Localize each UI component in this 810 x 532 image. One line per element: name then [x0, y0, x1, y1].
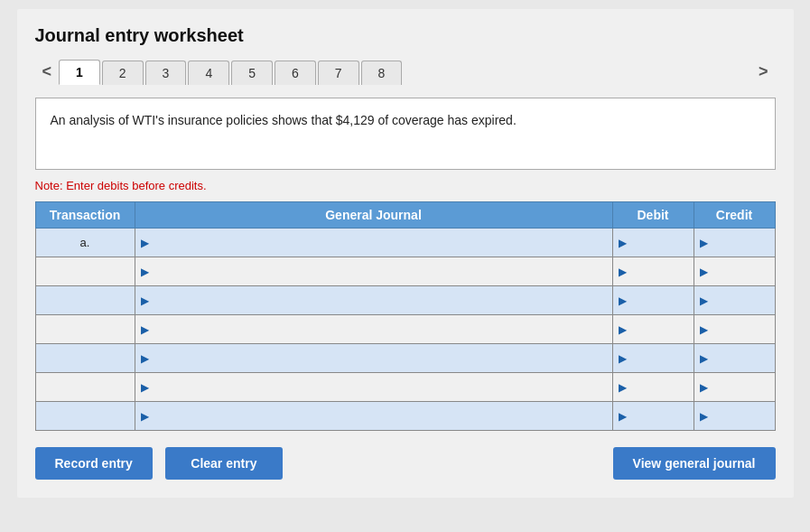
cell-transaction-1	[35, 257, 135, 286]
arrow-icon-debit-5: ▶	[619, 381, 627, 394]
record-entry-button[interactable]: Record entry	[35, 447, 153, 480]
tab-6[interactable]: 6	[275, 61, 316, 85]
cell-debit-5[interactable]: ▶	[612, 373, 694, 402]
tab-4[interactable]: 4	[188, 61, 229, 85]
input-credit-4[interactable]	[710, 350, 769, 366]
col-header-debit: Debit	[612, 202, 694, 229]
cell-credit-6[interactable]: ▶	[694, 402, 775, 431]
cell-debit-0[interactable]: ▶	[612, 229, 694, 257]
input-debit-6[interactable]	[628, 408, 688, 424]
tab-list: 12345678	[59, 60, 751, 85]
arrow-icon-debit-4: ▶	[619, 352, 627, 365]
input-debit-1[interactable]	[628, 264, 688, 279]
arrow-icon-debit-6: ▶	[619, 410, 627, 423]
tabs-row: < 12345678 >	[35, 59, 776, 85]
cell-transaction-2	[35, 286, 135, 315]
cell-debit-2[interactable]: ▶	[612, 286, 694, 315]
input-general-journal-0[interactable]	[151, 235, 607, 250]
cell-transaction-5	[35, 373, 135, 402]
main-container: Journal entry worksheet < 12345678 > An …	[17, 9, 794, 498]
cell-transaction-6	[35, 402, 135, 431]
cell-transaction-3	[35, 315, 135, 344]
cell-general-journal-4[interactable]: ▶	[135, 344, 612, 373]
input-debit-4[interactable]	[628, 350, 688, 366]
input-debit-0[interactable]	[628, 235, 688, 250]
cell-credit-2[interactable]: ▶	[694, 286, 775, 315]
arrow-icon-gj-3: ▶	[141, 323, 149, 336]
col-header-credit: Credit	[694, 202, 775, 229]
cell-credit-0[interactable]: ▶	[694, 229, 775, 257]
table-body: a.▶▶▶▶▶▶▶▶▶▶▶▶▶▶▶▶▶▶▶▶▶	[35, 229, 775, 431]
cell-debit-1[interactable]: ▶	[612, 257, 694, 286]
description-box: An analysis of WTI's insurance policies …	[35, 98, 776, 170]
note-text: Note: Enter debits before credits.	[35, 179, 776, 192]
input-debit-2[interactable]	[628, 293, 688, 308]
cell-general-journal-6[interactable]: ▶	[135, 402, 612, 431]
col-header-general: General Journal	[135, 202, 612, 229]
table-row: ▶▶▶	[35, 257, 775, 286]
input-credit-5[interactable]	[710, 379, 769, 395]
input-credit-0[interactable]	[710, 235, 769, 250]
input-credit-3[interactable]	[710, 322, 769, 337]
next-arrow[interactable]: >	[751, 59, 776, 85]
arrow-icon-credit-6: ▶	[700, 410, 708, 423]
arrow-icon-debit-0: ▶	[619, 237, 627, 249]
arrow-icon-debit-1: ▶	[619, 266, 627, 278]
arrow-icon-credit-0: ▶	[700, 237, 708, 249]
arrow-icon-gj-1: ▶	[141, 266, 149, 278]
col-header-transaction: Transaction	[35, 202, 135, 229]
arrow-icon-debit-3: ▶	[619, 323, 627, 336]
page-title: Journal entry worksheet	[35, 25, 776, 46]
table-row: ▶▶▶	[35, 402, 775, 431]
cell-general-journal-5[interactable]: ▶	[135, 373, 612, 402]
tab-7[interactable]: 7	[318, 61, 359, 85]
cell-general-journal-1[interactable]: ▶	[135, 257, 612, 286]
table-row: ▶▶▶	[35, 286, 775, 315]
input-general-journal-1[interactable]	[151, 264, 607, 279]
cell-credit-1[interactable]: ▶	[694, 257, 775, 286]
input-general-journal-5[interactable]	[151, 379, 607, 395]
description-text: An analysis of WTI's insurance policies …	[51, 113, 517, 127]
table-row: a.▶▶▶	[35, 229, 775, 257]
cell-debit-4[interactable]: ▶	[612, 344, 694, 373]
input-general-journal-3[interactable]	[151, 322, 607, 337]
input-debit-5[interactable]	[628, 379, 688, 395]
input-credit-2[interactable]	[710, 293, 769, 308]
cell-general-journal-3[interactable]: ▶	[135, 315, 612, 344]
tab-8[interactable]: 8	[361, 61, 403, 85]
input-debit-3[interactable]	[628, 322, 688, 337]
table-row: ▶▶▶	[35, 373, 775, 402]
input-credit-6[interactable]	[710, 408, 769, 424]
cell-credit-5[interactable]: ▶	[694, 373, 775, 402]
journal-table: Transaction General Journal Debit Credit…	[35, 201, 776, 431]
cell-debit-3[interactable]: ▶	[612, 315, 694, 344]
arrow-icon-credit-1: ▶	[700, 266, 708, 278]
cell-general-journal-2[interactable]: ▶	[135, 286, 612, 315]
cell-transaction-4	[35, 344, 135, 373]
table-header: Transaction General Journal Debit Credit	[35, 202, 775, 229]
input-general-journal-2[interactable]	[151, 293, 607, 308]
arrow-icon-gj-2: ▶	[141, 294, 149, 307]
tab-1[interactable]: 1	[59, 60, 100, 85]
clear-entry-button[interactable]: Clear entry	[165, 447, 283, 480]
input-general-journal-4[interactable]	[151, 350, 607, 366]
arrow-icon-credit-5: ▶	[700, 381, 708, 394]
tab-3[interactable]: 3	[145, 61, 187, 85]
view-general-journal-button[interactable]: View general journal	[613, 447, 776, 480]
cell-credit-3[interactable]: ▶	[694, 315, 775, 344]
cell-general-journal-0[interactable]: ▶	[135, 229, 612, 257]
prev-arrow[interactable]: <	[35, 59, 60, 85]
table-row: ▶▶▶	[35, 315, 775, 344]
cell-debit-6[interactable]: ▶	[612, 402, 694, 431]
input-general-journal-6[interactable]	[151, 408, 607, 424]
arrow-icon-gj-4: ▶	[141, 352, 149, 365]
arrow-icon-credit-3: ▶	[700, 323, 708, 336]
arrow-icon-gj-6: ▶	[141, 410, 149, 423]
tab-2[interactable]: 2	[102, 61, 144, 85]
arrow-icon-credit-4: ▶	[700, 352, 708, 365]
cell-transaction-0: a.	[35, 229, 135, 257]
input-credit-1[interactable]	[710, 264, 769, 279]
arrow-icon-credit-2: ▶	[700, 294, 708, 307]
tab-5[interactable]: 5	[231, 61, 273, 85]
cell-credit-4[interactable]: ▶	[694, 344, 775, 373]
